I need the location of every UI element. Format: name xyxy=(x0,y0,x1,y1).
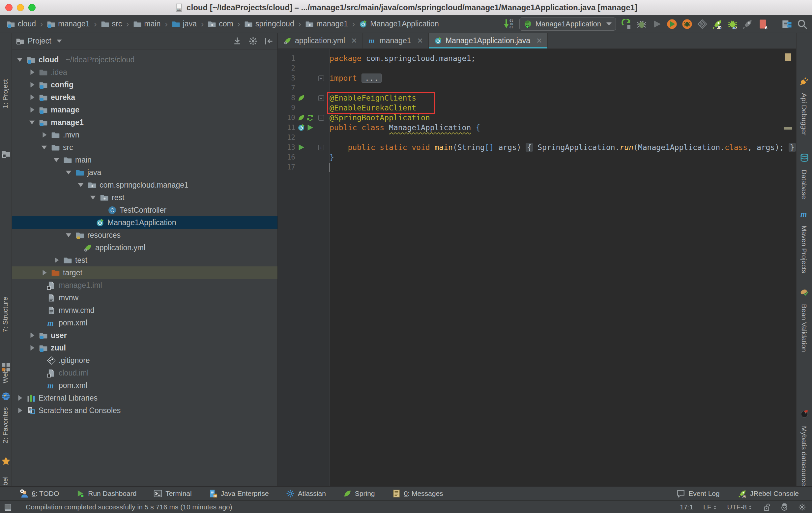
code-line-7[interactable]: 7 xyxy=(278,83,796,93)
error-stripe-mark[interactable] xyxy=(784,127,792,130)
lock-icon[interactable] xyxy=(762,503,771,511)
debug-button[interactable] xyxy=(636,19,647,29)
tree-item-manage1-iml[interactable]: manage1.iml xyxy=(12,279,278,291)
scroll-from-source-button[interactable] xyxy=(233,37,242,46)
status-settings-icon[interactable] xyxy=(798,503,806,511)
chevron-expanded-icon[interactable] xyxy=(40,143,48,151)
close-button[interactable] xyxy=(5,4,12,11)
tool-database-icon[interactable] xyxy=(800,153,809,163)
hide-panel-button[interactable] xyxy=(264,37,273,46)
caret-position[interactable]: 17:1 xyxy=(680,503,693,511)
chevron-down-icon[interactable] xyxy=(57,39,62,42)
close-tab-icon[interactable]: ✕ xyxy=(536,37,542,45)
tree-item-gitignore[interactable]: .gitignore xyxy=(12,354,278,367)
code-line-2[interactable]: 2 xyxy=(278,63,796,73)
tree-item-testcontroller[interactable]: CTestController xyxy=(12,204,278,216)
code-line-10[interactable]: 10−@SpringBootApplication xyxy=(278,113,796,123)
chevron-collapsed-icon[interactable] xyxy=(40,269,48,277)
tool-window-button-terminal[interactable]: Terminal xyxy=(153,489,192,498)
tree-item-eureka[interactable]: eureka xyxy=(12,91,278,104)
tool-window-button-database[interactable]: Database xyxy=(800,169,808,199)
tree-item-src[interactable]: src xyxy=(12,141,278,154)
search-everywhere-button[interactable] xyxy=(797,19,807,29)
panel-settings-button[interactable] xyxy=(249,37,258,46)
breadcrumb-cloud[interactable]: cloud xyxy=(5,19,38,29)
profiler-button[interactable]: 6 xyxy=(758,19,768,29)
tool-favorites-icon[interactable] xyxy=(1,456,10,465)
code-line-1[interactable]: 1package com.springcloud.manage1; xyxy=(278,53,796,63)
breadcrumb-java[interactable]: java xyxy=(170,19,199,29)
tool-window-button-bean-validation[interactable]: Bean Validation xyxy=(800,304,808,352)
project-structure-button[interactable] xyxy=(782,19,792,29)
breadcrumb-manage1[interactable]: manage1 xyxy=(45,19,92,29)
breadcrumb-springcloud[interactable]: springcloud xyxy=(242,19,296,29)
line-separator-select[interactable]: LF xyxy=(703,503,718,511)
chevron-expanded-icon[interactable] xyxy=(65,231,72,239)
code-line-13[interactable]: 13+ public static void main(String[] arg… xyxy=(278,142,796,152)
tree-item-manage1application[interactable]: Manage1Application xyxy=(12,216,278,229)
zoom-button[interactable] xyxy=(28,4,36,11)
tree-item-rest[interactable]: rest xyxy=(12,191,278,204)
breadcrumb-src[interactable]: src xyxy=(99,19,124,29)
bytecode-compare-icon[interactable]: 011001 xyxy=(503,19,514,29)
tool-window-button-api-debugger[interactable]: Api Debugger xyxy=(800,93,808,135)
tool-bird-icon[interactable] xyxy=(800,409,809,418)
chevron-collapsed-icon[interactable] xyxy=(28,331,36,339)
tool-plug-icon[interactable] xyxy=(800,77,809,86)
project-panel-title[interactable]: Project xyxy=(28,37,51,46)
tree-item-main[interactable]: main xyxy=(12,154,278,166)
tree-item-application-yml[interactable]: application.yml xyxy=(12,241,278,254)
tree-item-manage[interactable]: manage xyxy=(12,104,278,116)
code-line-12[interactable]: 12 xyxy=(278,133,796,142)
tool-window-button-1-project[interactable]: 1: Project xyxy=(1,79,9,109)
tool-bean-icon[interactable] xyxy=(800,287,809,297)
breadcrumb-manage1application[interactable]: Manage1Application xyxy=(357,19,441,29)
chevron-expanded-icon[interactable] xyxy=(89,194,97,201)
tree-item-idea[interactable]: .idea xyxy=(12,66,278,79)
breadcrumb-main[interactable]: main xyxy=(131,19,163,29)
tree-item-manage1[interactable]: manage1 xyxy=(12,116,278,129)
jrebel-run-button[interactable]: JR xyxy=(712,19,723,29)
run-with-coverage-button[interactable] xyxy=(697,19,707,29)
jrebel-debug-button[interactable]: JR xyxy=(727,19,738,29)
tool-window-button-mybatis-datasource[interactable]: Mybatis datasource xyxy=(800,426,808,486)
fold-marker-icon[interactable]: + xyxy=(318,76,324,81)
tool-window-button-run-dashboard[interactable]: Run Dashboard xyxy=(76,489,137,498)
tool-window-button-2-favorites[interactable]: 2: Favorites xyxy=(1,407,9,444)
tool-window-button-6-todo[interactable]: 6: TODO xyxy=(20,489,59,498)
tree-item-resources[interactable]: resources xyxy=(12,229,278,241)
tool-window-button-7-structure[interactable]: 7: Structure xyxy=(1,297,9,333)
code-line-17[interactable]: 17 xyxy=(278,162,796,172)
breadcrumb-com[interactable]: com xyxy=(206,19,235,29)
tree-item-target[interactable]: target xyxy=(12,266,278,279)
run-configuration-select[interactable]: Manage1Application xyxy=(519,18,616,31)
code-line-8[interactable]: 8−@EnableFeignClients xyxy=(278,93,796,103)
chevron-collapsed-icon[interactable] xyxy=(28,344,36,352)
error-stripe-mark[interactable] xyxy=(785,53,791,61)
tree-item-scratches-and-consoles[interactable]: Scratches and Consoles xyxy=(12,404,278,417)
chevron-expanded-icon[interactable] xyxy=(28,118,36,126)
chevron-collapsed-icon[interactable] xyxy=(28,106,36,114)
tree-item-zuul[interactable]: zuul xyxy=(12,342,278,354)
chevron-collapsed-icon[interactable] xyxy=(40,131,48,139)
inspections-highlighting-icon[interactable] xyxy=(780,503,788,511)
chevron-collapsed-icon[interactable] xyxy=(28,93,36,101)
tree-item-java[interactable]: java xyxy=(12,166,278,179)
fold-marker-icon[interactable]: − xyxy=(318,115,324,121)
tool-window-toggle-button[interactable] xyxy=(4,503,12,511)
chevron-collapsed-icon[interactable] xyxy=(52,256,60,264)
tree-item-pom-xml[interactable]: mpom.xml xyxy=(12,316,278,329)
code-line-3[interactable]: 3+import ... xyxy=(278,73,796,83)
tool-window-button-spring[interactable]: Spring xyxy=(343,489,375,498)
tool-window-button-0-messages[interactable]: 0: Messages xyxy=(392,489,443,498)
tree-item-mvn[interactable]: .mvn xyxy=(12,129,278,141)
code-line-16[interactable]: 16} xyxy=(278,152,796,162)
minimize-button[interactable] xyxy=(17,4,24,11)
tree-item-config[interactable]: config xyxy=(12,79,278,91)
chevron-expanded-icon[interactable] xyxy=(52,156,60,164)
chevron-expanded-icon[interactable] xyxy=(16,56,24,64)
close-tab-icon[interactable]: ✕ xyxy=(417,37,423,45)
tree-item-test[interactable]: test xyxy=(12,254,278,266)
tab-manage1[interactable]: mmanage1✕ xyxy=(363,33,429,49)
encoding-select[interactable]: UTF-8 xyxy=(727,503,753,511)
